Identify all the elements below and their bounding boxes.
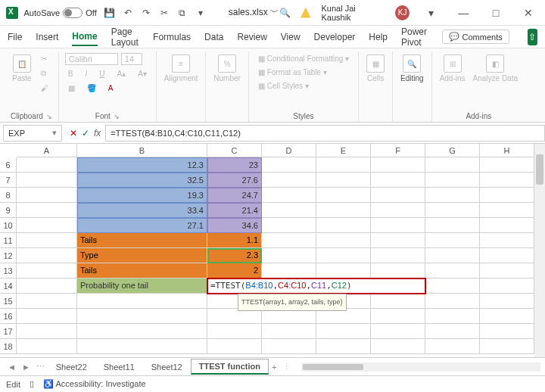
tab-view[interactable]: View (281, 29, 301, 45)
row-header[interactable]: 15 (0, 294, 17, 309)
font-name-box[interactable]: Calibri (65, 53, 118, 65)
cell[interactable] (316, 263, 371, 278)
cell[interactable] (17, 263, 77, 278)
sheet-tab[interactable]: Sheet12 (143, 359, 191, 375)
undo-icon[interactable]: ↶ (123, 8, 133, 18)
cell[interactable] (371, 218, 425, 233)
cell[interactable] (425, 248, 480, 263)
tab-nav-next[interactable]: ► (19, 362, 33, 372)
conditional-formatting-button[interactable]: ▦ Conditional Formatting ▾ (255, 53, 352, 64)
stats-icon[interactable]: ▯ (30, 379, 34, 389)
redo-icon[interactable]: ↷ (141, 8, 151, 18)
cell[interactable] (262, 157, 316, 173)
fill-color-button[interactable]: 🪣 (84, 82, 99, 94)
horizontal-scrollbar[interactable] (301, 362, 540, 372)
cell[interactable] (425, 263, 480, 278)
comments-button[interactable]: 💬 Comments (442, 30, 509, 44)
row-header[interactable]: 12 (0, 248, 17, 263)
cell[interactable] (371, 339, 425, 354)
col-header[interactable]: G (425, 144, 480, 157)
cell[interactable] (316, 173, 371, 188)
maximize-icon[interactable]: □ (485, 7, 507, 19)
cell[interactable] (17, 248, 77, 263)
cell[interactable]: 27.6 (207, 173, 262, 188)
row-header[interactable]: 7 (0, 173, 17, 188)
cell[interactable] (480, 188, 534, 203)
cell[interactable] (17, 203, 77, 218)
cell[interactable] (262, 248, 316, 263)
cell[interactable] (17, 188, 77, 203)
cell[interactable]: 2 (207, 263, 262, 278)
close-icon[interactable]: ✕ (517, 7, 539, 19)
tab-nav-prev[interactable]: ◄ (5, 362, 19, 372)
formula-input[interactable]: =TTEST(B4:B10,C4:C10,C11,C12) (105, 125, 545, 142)
cell[interactable]: Tails (77, 263, 207, 278)
col-header[interactable]: A (17, 144, 77, 157)
cell[interactable] (425, 218, 480, 233)
cell[interactable] (371, 173, 425, 188)
launcher-icon[interactable]: ↘ (114, 113, 120, 120)
row-header[interactable]: 11 (0, 233, 17, 248)
autosave-toggle[interactable]: AutoSave Off (24, 8, 97, 18)
cell[interactable]: 24.7 (207, 188, 262, 203)
grid[interactable]: A B C D E F G H 6789101112131415161718 1… (0, 144, 545, 357)
tab-home[interactable]: Home (72, 28, 97, 46)
row-header[interactable]: 8 (0, 188, 17, 203)
cell[interactable] (262, 218, 316, 233)
launcher-icon[interactable]: ↘ (46, 113, 52, 120)
cell[interactable] (425, 339, 480, 354)
tab-developer[interactable]: Developer (314, 29, 356, 45)
cell[interactable] (77, 309, 207, 324)
search-icon[interactable]: 🔍 (279, 8, 290, 18)
format-painter-button[interactable]: 🖌 (38, 82, 51, 94)
cell[interactable] (316, 339, 371, 354)
avatar[interactable]: KJ (395, 5, 410, 20)
cell[interactable] (262, 309, 316, 324)
row-header[interactable]: 9 (0, 203, 17, 218)
row-header[interactable]: 14 (0, 278, 17, 294)
cell[interactable] (480, 218, 534, 233)
cell[interactable] (425, 188, 480, 203)
cell[interactable] (316, 218, 371, 233)
cell[interactable] (17, 233, 77, 248)
cell[interactable] (262, 188, 316, 203)
col-header[interactable]: C (207, 144, 262, 157)
cell[interactable]: 32.5 (77, 173, 207, 188)
cell[interactable] (480, 233, 534, 248)
toggle-icon[interactable] (63, 8, 83, 18)
cell[interactable] (480, 248, 534, 263)
file-name[interactable]: sales.xlsx ﹀ (229, 6, 279, 19)
chevron-down-icon[interactable]: ▾ (195, 8, 206, 18)
tab-more[interactable]: ⋯ (33, 362, 48, 372)
cell[interactable] (480, 339, 534, 354)
bold-button[interactable]: B (65, 68, 76, 79)
cell[interactable] (480, 157, 534, 173)
cell[interactable] (316, 188, 371, 203)
cell[interactable] (77, 294, 207, 309)
row-header[interactable]: 10 (0, 218, 17, 233)
cell[interactable] (316, 233, 371, 248)
vertical-scrollbar[interactable] (534, 144, 545, 357)
cell[interactable] (17, 324, 77, 339)
cell[interactable] (262, 203, 316, 218)
name-box[interactable]: EXP▾ (3, 125, 62, 142)
cell[interactable] (207, 324, 262, 339)
cell[interactable]: Type (77, 248, 207, 263)
cell[interactable] (17, 157, 77, 173)
cell[interactable] (371, 233, 425, 248)
format-as-table-button[interactable]: ▦ Format as Table ▾ (255, 67, 330, 78)
cancel-icon[interactable]: ✕ (70, 128, 77, 138)
cell[interactable] (425, 278, 480, 294)
copy-button[interactable]: ⧉ (38, 67, 51, 79)
scrollbar-thumb[interactable] (536, 154, 543, 185)
analyze-data-button[interactable]: ◧Analyze Data (472, 53, 519, 84)
cell[interactable] (371, 263, 425, 278)
tab-data[interactable]: Data (204, 29, 223, 45)
cell[interactable] (371, 248, 425, 263)
tab-help[interactable]: Help (369, 29, 388, 45)
cell[interactable] (480, 294, 534, 309)
cells-area[interactable]: 12.32332.527.619.324.733.421.427.134.6Ta… (17, 157, 534, 354)
cell[interactable] (480, 278, 534, 294)
cell[interactable] (17, 218, 77, 233)
ribbon-options-icon[interactable]: ▾ (420, 7, 442, 19)
